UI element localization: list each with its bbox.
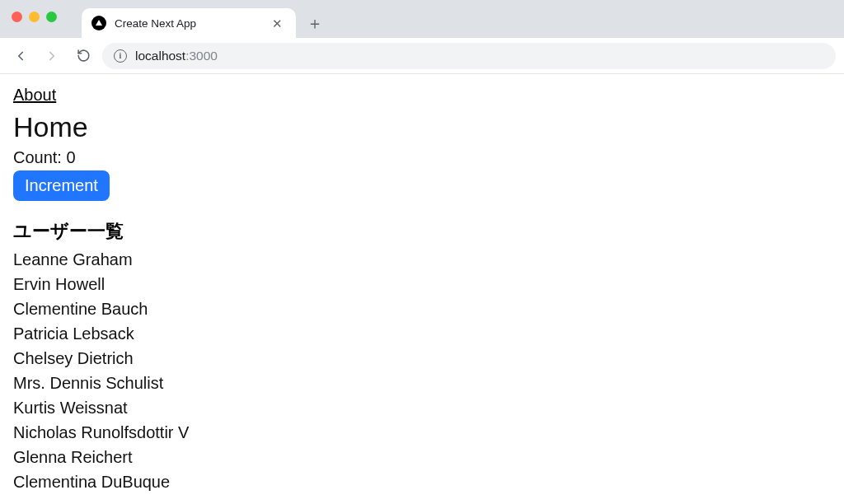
count-value: 0 — [66, 148, 75, 166]
site-info-icon[interactable]: i — [114, 49, 127, 63]
svg-marker-0 — [96, 20, 102, 26]
browser-tab-strip: Create Next App ✕ ＋ — [0, 0, 844, 38]
list-item: Clementina DuBuque — [13, 469, 831, 494]
page-title: Home — [13, 111, 831, 143]
list-item: Leanne Graham — [13, 247, 831, 272]
list-item: Patricia Lebsack — [13, 321, 831, 346]
favicon-icon — [91, 16, 106, 30]
about-link[interactable]: About — [13, 86, 56, 105]
browser-tab[interactable]: Create Next App ✕ — [82, 8, 296, 38]
list-item: Clementine Bauch — [13, 296, 831, 321]
tab-title: Create Next App — [115, 17, 260, 30]
list-item: Ervin Howell — [13, 272, 831, 296]
count-display: Count: 0 — [13, 148, 831, 167]
forward-button[interactable] — [40, 44, 64, 68]
url-display: localhost:3000 — [135, 49, 218, 63]
count-label: Count: — [13, 148, 66, 166]
window-maximize-icon[interactable] — [46, 12, 57, 22]
users-heading: ユーザー一覧 — [13, 219, 831, 244]
list-item: Mrs. Dennis Schulist — [13, 371, 831, 395]
list-item: Kurtis Weissnat — [13, 395, 831, 420]
reload-button[interactable] — [71, 44, 96, 68]
url-host: localhost — [135, 49, 185, 63]
tab-close-icon[interactable]: ✕ — [269, 16, 286, 31]
browser-toolbar: i localhost:3000 — [0, 38, 844, 74]
list-item: Nicholas Runolfsdottir V — [13, 420, 831, 445]
back-button[interactable] — [8, 44, 33, 68]
window-close-icon[interactable] — [12, 12, 22, 22]
new-tab-button[interactable]: ＋ — [302, 11, 327, 35]
user-list: Leanne Graham Ervin Howell Clementine Ba… — [13, 247, 831, 494]
increment-button[interactable]: Increment — [13, 170, 110, 201]
list-item: Chelsey Dietrich — [13, 346, 831, 371]
page-content: About Home Count: 0 Increment ユーザー一覧 Lea… — [0, 74, 844, 504]
window-minimize-icon[interactable] — [29, 12, 40, 22]
window-controls — [12, 12, 57, 22]
list-item: Glenna Reichert — [13, 445, 831, 469]
address-bar[interactable]: i localhost:3000 — [102, 43, 836, 69]
url-port: :3000 — [185, 49, 218, 63]
